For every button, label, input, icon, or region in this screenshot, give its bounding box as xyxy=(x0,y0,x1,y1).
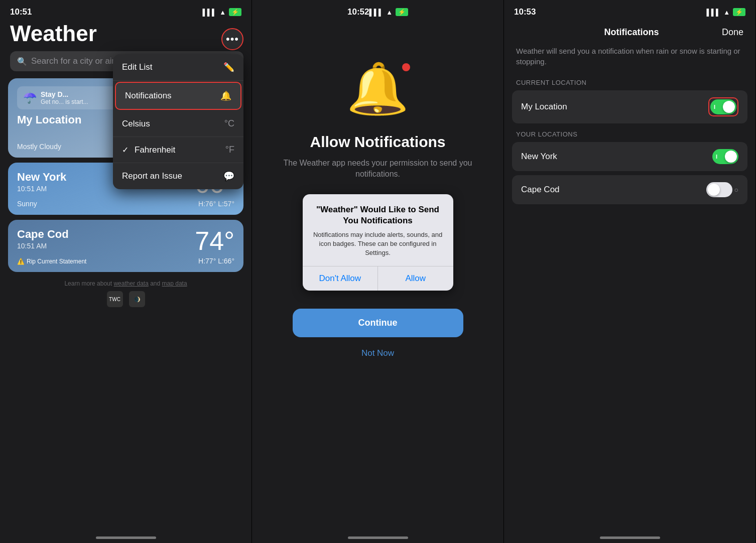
weather-channel-logo: TWC xyxy=(107,291,123,307)
row-new-york[interactable]: New York I xyxy=(512,142,747,171)
allow-notifications-title: Allow Notifications xyxy=(295,133,461,151)
continue-button[interactable]: Continue xyxy=(293,309,463,337)
battery-icon-2: ⚡ xyxy=(396,8,408,16)
toggle-thumb-cape-cod xyxy=(708,184,720,196)
search-icon: 🔍 xyxy=(17,57,27,66)
status-icons-1: ▌▌▌ ▲ ⚡ xyxy=(202,8,241,16)
done-button[interactable]: Done xyxy=(722,27,743,38)
celsius-icon: °C xyxy=(224,118,234,129)
status-time-3: 10:53 xyxy=(514,7,536,17)
new-york-label: New York xyxy=(521,152,557,162)
ios-alert-content: "Weather" Would Like to Send You Notific… xyxy=(303,194,453,266)
toggle-thumb-new-york xyxy=(725,151,737,163)
status-time-1: 10:51 xyxy=(10,7,32,17)
card-time-new-york: 10:51 AM xyxy=(17,185,66,193)
ios-alert-buttons: Don't Allow Allow xyxy=(303,266,453,291)
toggle-off-circle: ○ xyxy=(734,186,738,194)
footer-logos: TWC 🌒 xyxy=(0,291,251,307)
menu-item-notifications[interactable]: Notifications 🔔 xyxy=(115,82,241,110)
bell-dot xyxy=(402,63,410,71)
card-condition-new-york: Sunny xyxy=(17,200,37,208)
card-cape-cod[interactable]: Cape Cod 10:51 AM 74° ⚠️ Rip Current Sta… xyxy=(8,220,243,272)
status-icons-3: ▌▌▌ ▲ ⚡ xyxy=(706,8,745,16)
status-bar-3: 10:53 ▌▌▌ ▲ ⚡ xyxy=(504,0,755,19)
allow-notifications-desc: The Weather app needs your permission to… xyxy=(252,158,503,180)
panel1-footer: Learn more about weather data and map da… xyxy=(0,280,251,311)
signal-icon-3: ▌▌▌ xyxy=(706,9,720,16)
card-bottom-cape-cod: ⚠️ Rip Current Statement H:77° L:66° xyxy=(17,257,234,265)
ios-alert-dialog: "Weather" Would Like to Send You Notific… xyxy=(303,194,453,291)
card-hilo-cape-cod: H:77° L:66° xyxy=(198,257,234,265)
menu-item-report-issue[interactable]: Report an Issue 💬 xyxy=(113,163,243,189)
status-bar-1: 10:51 ▌▌▌ ▲ ⚡ xyxy=(0,0,251,19)
row-my-location[interactable]: My Location I xyxy=(512,90,747,123)
status-bar-2: 10:52 ▌▌▌ ▲ ⚡ xyxy=(337,0,418,19)
ios-alert-body: Notifications may include alerts, sounds… xyxy=(313,230,443,258)
panel-notifications-settings: 10:53 ▌▌▌ ▲ ⚡ Notifications Done Weather… xyxy=(504,0,756,543)
notif-title: Stay D... xyxy=(41,90,88,98)
toggle-thumb-my-location xyxy=(723,101,735,113)
home-indicator-3 xyxy=(600,536,660,539)
battery-icon-3: ⚡ xyxy=(733,8,745,16)
bell-icon-container: 🔔 xyxy=(346,59,409,118)
toggle-my-location[interactable]: I xyxy=(710,99,736,114)
cape-cod-label: Cape Cod xyxy=(521,185,560,195)
footer-text-2: and xyxy=(150,280,162,287)
card-time-cape-cod: 10:51 AM xyxy=(17,242,69,250)
app-title: Weather xyxy=(10,21,243,46)
row-cape-cod[interactable]: Cape Cod ○ xyxy=(512,175,747,204)
home-indicator-2 xyxy=(348,536,408,539)
warning-icon: ⚠️ xyxy=(17,258,25,265)
battery-icon-1: ⚡ xyxy=(229,8,241,16)
edit-list-label: Edit List xyxy=(122,62,152,72)
celsius-label: Celsius xyxy=(122,119,150,129)
fahrenheit-label: Fahrenheit xyxy=(135,145,175,155)
fahrenheit-icon: °F xyxy=(225,145,234,155)
toggle-off-container: ○ xyxy=(706,182,738,197)
card-bottom-new-york: Sunny H:76° L:57° xyxy=(17,200,234,208)
notifications-label: Notifications xyxy=(125,91,172,101)
footer-link-map[interactable]: map data xyxy=(162,280,187,287)
notifications-nav-title: Notifications xyxy=(604,27,659,38)
umbrella-icon: ☂️ xyxy=(23,91,37,104)
allow-button[interactable]: Allow xyxy=(378,266,453,291)
wifi-icon-3: ▲ xyxy=(723,9,730,16)
section-your-locations: YOUR LOCATIONS New York I Cape Cod ○ xyxy=(504,130,755,204)
notifications-nav: Notifications Done xyxy=(504,19,755,46)
more-dots-icon: ••• xyxy=(226,33,239,46)
wifi-icon-1: ▲ xyxy=(219,9,226,16)
card-city-my-location: My Location xyxy=(17,113,81,126)
notif-body: Get no... is start... xyxy=(41,98,88,105)
status-time-2: 10:52 xyxy=(347,7,369,17)
section-label-your: YOUR LOCATIONS xyxy=(504,130,755,142)
menu-item-fahrenheit[interactable]: ✓ Fahrenheit °F xyxy=(113,137,243,163)
menu-item-celsius[interactable]: Celsius °C xyxy=(113,111,243,137)
checkmark-icon: ✓ xyxy=(122,145,129,155)
toggle-new-york[interactable]: I xyxy=(712,149,738,164)
card-city-cape-cod: Cape Cod xyxy=(17,228,69,241)
more-button[interactable]: ••• xyxy=(221,28,243,50)
menu-item-edit-list[interactable]: Edit List ✏️ xyxy=(113,54,243,81)
card-warning-cape-cod: ⚠️ Rip Current Statement xyxy=(17,258,86,265)
panel-weather-list: 10:51 ▌▌▌ ▲ ⚡ Weather 🔍 Search for a cit… xyxy=(0,0,252,543)
status-icons-2: ▌▌▌ ▲ ⚡ xyxy=(369,8,408,16)
footer-text-1: Learn more about xyxy=(64,280,113,287)
bell-icon: 🔔 xyxy=(346,59,409,118)
notifications-description: Weather will send you a notification whe… xyxy=(504,46,755,79)
card-city-new-york: New York xyxy=(17,171,66,184)
toggle-on-label-my-location: I xyxy=(714,104,715,110)
dont-allow-button[interactable]: Don't Allow xyxy=(303,266,379,291)
toggle-on-label-new-york: I xyxy=(716,154,717,160)
toggle-highlight-my-location: I xyxy=(708,97,738,116)
dark-sky-logo: 🌒 xyxy=(129,291,145,307)
wifi-icon-2: ▲ xyxy=(386,9,393,16)
footer-link-weather[interactable]: weather data xyxy=(113,280,148,287)
report-issue-label: Report an Issue xyxy=(122,171,182,181)
home-indicator-1 xyxy=(96,536,156,539)
not-now-button[interactable]: Not Now xyxy=(357,344,398,362)
toggle-cape-cod[interactable] xyxy=(706,182,732,197)
my-location-label: My Location xyxy=(521,102,567,112)
card-hilo-new-york: H:76° L:57° xyxy=(198,200,234,208)
card-top-cape-cod: Cape Cod 10:51 AM 74° xyxy=(17,228,234,254)
report-icon: 💬 xyxy=(223,171,234,182)
